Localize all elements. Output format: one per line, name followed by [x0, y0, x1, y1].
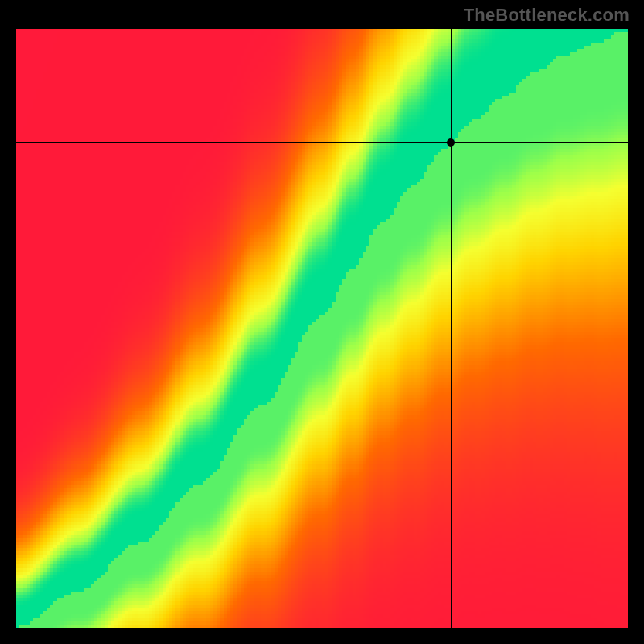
crosshair-vertical: [451, 29, 452, 628]
watermark-text: TheBottleneck.com: [464, 5, 630, 26]
crosshair-horizontal: [16, 142, 628, 143]
plot-area: [16, 29, 628, 628]
marker-point: [447, 138, 455, 147]
chart-frame: TheBottleneck.com: [0, 0, 644, 644]
heatmap-canvas: [16, 29, 628, 628]
